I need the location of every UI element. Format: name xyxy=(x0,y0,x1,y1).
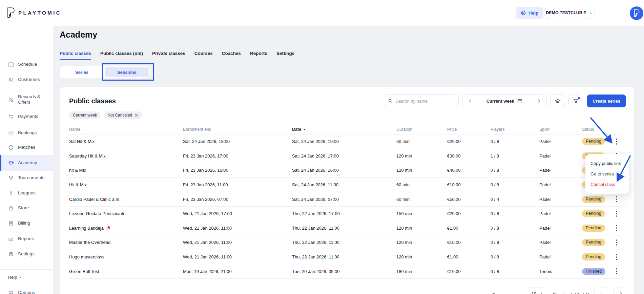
sidebar-item-label: Tournaments xyxy=(18,175,49,181)
enrollment-end: Mon, 19 Jan 2026, 21:00 xyxy=(183,269,292,274)
table-row[interactable]: Green Ball Test Mon, 19 Jan 2026, 21:00 … xyxy=(69,264,625,279)
row-actions-kebab-button[interactable] xyxy=(612,223,621,233)
chevron-down-icon xyxy=(539,292,543,294)
table-row[interactable]: Hit & Mix Fri, 23 Jan 2026, 11:00 Sat, 2… xyxy=(69,178,625,192)
sidebar-item-bookings[interactable]: Bookings xyxy=(0,125,53,140)
price: €10.00 xyxy=(447,269,491,274)
sidebar-item-label: Reports xyxy=(18,236,49,241)
table-row[interactable]: Learning Bandeja Wed, 21 Jan 2026, 11:00… xyxy=(69,221,625,236)
sport: Padel xyxy=(539,197,582,202)
row-actions-kebab-button[interactable] xyxy=(612,252,621,262)
status-badge: Pending xyxy=(582,210,605,217)
column-header-sport: Sport xyxy=(539,127,582,132)
column-header-players: Players xyxy=(491,127,539,132)
gear-icon xyxy=(8,251,14,257)
club-selector[interactable]: DEMO TESTCLUB E xyxy=(544,7,595,19)
table-row[interactable]: Master the Overhead Wed, 21 Jan 2026, 11… xyxy=(69,235,625,250)
sidebar-item-matches[interactable]: Matches xyxy=(0,140,53,155)
class-name: Learning Bandeja xyxy=(69,226,104,231)
toggle-series[interactable]: Series xyxy=(60,66,104,78)
menu-item-go-to-series[interactable]: Go to series xyxy=(585,169,629,179)
sidebar-item-settings[interactable]: Settings xyxy=(0,247,53,261)
duration: 120 min xyxy=(396,153,447,159)
sort-desc-icon xyxy=(303,128,306,131)
status-badge: Pending xyxy=(582,239,605,246)
tab-coaches[interactable]: Coaches xyxy=(222,51,241,60)
previous-week-button[interactable] xyxy=(462,95,478,107)
price: €50.00 xyxy=(447,197,491,202)
status-badge: Pending xyxy=(582,225,605,232)
sidebar-item-customers[interactable]: Customers xyxy=(0,72,53,87)
sidebar-item-tournaments[interactable]: Tournaments xyxy=(0,170,53,185)
next-week-button[interactable] xyxy=(531,95,546,107)
playtomic-logo-icon xyxy=(6,7,15,18)
row-actions-kebab-button[interactable] xyxy=(612,209,621,218)
table-row[interactable]: hit & MIx Fri, 23 Jan 2026, 16:00 Sat, 2… xyxy=(69,163,625,178)
chevron-down-icon xyxy=(19,275,22,279)
tab-courses[interactable]: Courses xyxy=(194,51,213,60)
status-badge: Pending xyxy=(582,138,605,145)
row-actions-kebab-button[interactable] xyxy=(612,267,621,276)
kebab-icon xyxy=(616,239,617,246)
create-series-button[interactable]: Create series xyxy=(587,94,626,107)
price: €1.00 xyxy=(447,226,491,231)
row-actions-kebab-button[interactable] xyxy=(612,194,621,204)
class-date: Tue, 20 Jan 2026, 09:00 xyxy=(292,269,396,274)
sidebar-item-billing[interactable]: Billing xyxy=(0,216,53,231)
chevron-left-icon xyxy=(599,291,604,294)
table-row[interactable]: Cardio Padel & Clinic a.m. Fri, 23 Jan 2… xyxy=(69,192,625,207)
sidebar-item-reports[interactable]: Reports xyxy=(0,231,53,246)
table-row[interactable]: Hugo masterclass Wed, 21 Jan 2026, 11:00… xyxy=(69,250,625,265)
ball-icon xyxy=(8,144,14,151)
playtomic-logo: PLAYTOMIC xyxy=(6,7,61,18)
table-row[interactable]: Lezione Guidata Principianti Wed, 21 Jan… xyxy=(69,207,625,221)
academy-tabs: Public classes Public classes (old) Priv… xyxy=(60,51,294,60)
column-header-status: Status xyxy=(582,127,609,132)
menu-item-copy-public-link[interactable]: Copy public link xyxy=(585,158,629,169)
tab-reports[interactable]: Reports xyxy=(250,51,267,60)
search-input[interactable] xyxy=(396,99,455,104)
brand-text: PLAYTOMIC xyxy=(18,10,61,16)
previous-page-button[interactable] xyxy=(594,288,609,294)
table-row[interactable]: Sat Hit & Mix Sat, 24 Jan 2026, 18:00 Sa… xyxy=(69,134,625,149)
week-selector-label[interactable]: Current week xyxy=(478,95,531,107)
sidebar-item-store[interactable]: Store xyxy=(0,201,53,215)
coach-view-button[interactable] xyxy=(550,94,565,107)
close-icon[interactable]: ✕ xyxy=(134,113,138,118)
sidebar-item-schedule[interactable]: Schedule xyxy=(0,57,53,72)
row-actions-kebab-button[interactable] xyxy=(612,137,621,146)
sidebar-item-payments[interactable]: Payments xyxy=(0,109,53,124)
rows-per-page-select[interactable]: 10 xyxy=(526,288,548,294)
help-button[interactable]: Help xyxy=(516,7,543,19)
sidebar-item-campus[interactable]: Campus xyxy=(0,285,53,294)
sidebar-item-academy[interactable]: Academy xyxy=(0,155,53,171)
tab-public-classes[interactable]: Public classes xyxy=(60,51,91,60)
toggle-sessions[interactable]: Sessions xyxy=(105,67,149,77)
showing-range-label: Showing 1-10 of 11 xyxy=(552,290,590,294)
rows-per-page-value: 10 xyxy=(532,291,536,294)
lifebuoy-icon xyxy=(521,10,526,16)
menu-item-cancel-class[interactable]: Cancel class xyxy=(585,179,629,190)
document-icon xyxy=(8,130,14,136)
table-row[interactable]: Saturday Hit & Mix Fri, 23 Jan 2026, 17:… xyxy=(69,149,625,164)
week-selector: Current week xyxy=(462,94,547,107)
row-actions-kebab-button[interactable] xyxy=(612,238,621,247)
players: 1 / 8 xyxy=(491,153,539,159)
filter-button[interactable] xyxy=(568,94,583,107)
account-avatar[interactable] xyxy=(630,6,643,20)
chip-current-week[interactable]: Current week xyxy=(69,111,101,119)
chip-not-canceled[interactable]: Not Canceled ✕ xyxy=(104,111,142,119)
tab-private-classes[interactable]: Private classes xyxy=(152,51,185,60)
column-header-date[interactable]: Date xyxy=(292,127,396,132)
sidebar-item-leagues[interactable]: Leagues xyxy=(0,186,53,201)
sidebar-item-label: Academy xyxy=(18,160,49,166)
sidebar-help-group[interactable]: Help xyxy=(8,275,22,280)
tab-public-classes-old[interactable]: Public classes (old) xyxy=(100,51,143,60)
column-header-enrollment-end: Enrollment end xyxy=(183,127,292,132)
next-page-button[interactable] xyxy=(613,288,628,294)
enrollment-end: Fri, 23 Jan 2026, 17:00 xyxy=(183,153,292,159)
sidebar-item-rewards-offers[interactable]: Rewards & Offers xyxy=(0,90,53,109)
active-indicator-bar xyxy=(0,155,1,171)
tab-settings[interactable]: Settings xyxy=(276,51,294,60)
sidebar-divider xyxy=(0,269,53,270)
